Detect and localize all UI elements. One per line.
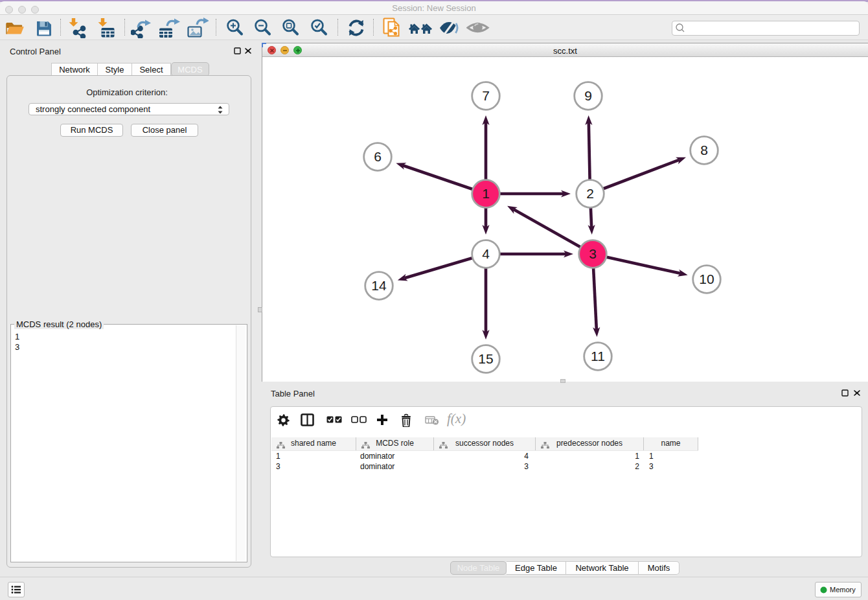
svg-text:6: 6 <box>374 149 382 164</box>
svg-text:3: 3 <box>589 246 597 261</box>
svg-text:2: 2 <box>586 186 594 201</box>
svg-text:14: 14 <box>371 278 387 293</box>
svg-text:4: 4 <box>482 246 490 261</box>
svg-text:10: 10 <box>699 271 714 286</box>
svg-text:9: 9 <box>584 88 592 103</box>
svg-text:7: 7 <box>482 88 490 103</box>
svg-text:8: 8 <box>700 143 708 157</box>
svg-text:15: 15 <box>478 351 493 366</box>
svg-text:1: 1 <box>482 186 490 201</box>
svg-text:11: 11 <box>591 349 605 363</box>
